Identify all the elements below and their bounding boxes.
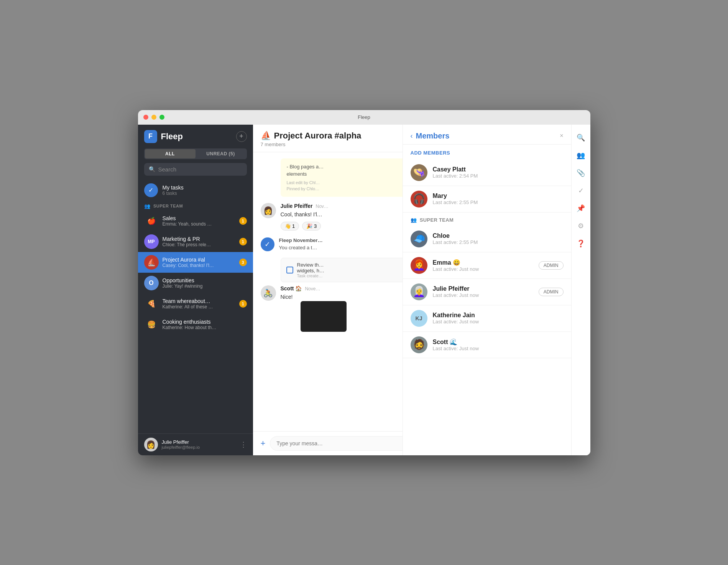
conv-item-whereabouts[interactable]: 🍕 Team whereabout… Katherine: All of the… [138,293,253,314]
members-header: ‹ Members × [403,125,571,145]
chloe-status: Last active: 2:55 PM [433,239,564,245]
katherine-avatar: KJ [411,310,427,327]
julie-admin-badge: ADMIN [539,288,564,296]
conv-name-marketing: Marketing & PR [163,236,235,242]
my-tasks-sub: 6 tasks [163,191,184,196]
conv-preview-cooking: Katherine: How about th… [163,325,247,330]
emma-name: Emma 😄 [433,259,533,266]
footer-email: juliepfeiffer@fleep.io [162,445,236,450]
chat-title-emoji: ⛵ [261,131,271,141]
conv-info-sales: Sales Emma: Yeah, sounds … [163,215,235,227]
app-body: F Fleep + ALL UNREAD (5) 🔍 Search ✓ [138,125,590,455]
search-right-icon[interactable]: 🔍 [574,131,588,145]
conv-preview-whereabouts: Katherine: All of these … [163,304,235,310]
search-bar[interactable]: 🔍 Search [144,163,247,176]
help-right-icon[interactable]: ❓ [574,237,588,250]
casey-name: Casey Platt [433,166,564,173]
emma-info: Emma 😄 Last active: Just now [433,259,533,272]
members-close-button[interactable]: × [560,132,563,139]
conv-info-whereabouts: Team whereabout… Katherine: All of these… [163,298,235,310]
close-traffic-light[interactable] [143,115,148,120]
emma-avatar: 👩‍🦰 [411,257,427,274]
chloe-avatar: 🧢 [411,231,427,247]
task-meta: Task create… [297,273,325,278]
attach-button[interactable]: + [261,438,266,448]
scott-msg-name: Scott 🏠 [281,285,302,292]
filter-tab-unread[interactable]: UNREAD (5) [196,149,246,158]
scott-msg-time: Nove… [305,286,320,292]
sidebar-header: F Fleep + [138,125,253,147]
footer-avatar: 👩 [144,438,158,451]
conv-item-opportunities[interactable]: O Opportunities Julie: Yay! #winning [138,273,253,293]
app-window: Fleep F Fleep + ALL UNREAD (5) 🔍 Search [138,110,590,455]
filter-tabs: ALL UNREAD (5) [144,148,247,159]
members-panel: ‹ Members × ADD MEMBERS 👒 Casey Platt La… [403,125,571,455]
section-group-icon: 👥 [411,217,417,223]
right-icons-bar: 🔍 👥 📎 ✓ 📌 ⚙ ❓ [571,125,590,455]
scott-member-avatar: 🧔 [411,336,427,353]
footer-menu-button[interactable]: ⋮ [240,440,247,449]
my-tasks-icon: ✓ [144,183,158,197]
tasks-right-icon[interactable]: ✓ [574,184,588,198]
scott-message-body: Scott 🏠 Nove… Nice! [281,285,347,332]
julie-message-body: Julie Pfeiffer Nov… Cool, thanks! I'l… 👋… [281,203,329,231]
mary-status: Last active: 2:55 PM [433,199,564,205]
members-title-row: ‹ Members [411,132,450,140]
my-tasks-item[interactable]: ✓ My tasks 6 tasks [138,180,253,200]
image-attachment [301,301,347,332]
task-text: Review th…widgets, h… [297,262,325,273]
settings-right-icon[interactable]: ⚙ [574,219,588,233]
conv-item-cooking[interactable]: 🍔 Cooking enthusiasts Katherine: How abo… [138,314,253,335]
reaction-wave[interactable]: 👋 1 [281,222,299,231]
sidebar-footer: 👩 Julie Pfeiffer juliepfeiffer@fleep.io … [138,433,253,455]
footer-name: Julie Pfeiffer [162,439,236,445]
mary-info: Mary Last active: 2:55 PM [433,193,564,205]
pinned-right-icon[interactable]: 📌 [574,201,588,215]
badge-aurora: 3 [239,259,247,266]
casey-avatar: 👒 [411,164,427,181]
conv-name-aurora: Project Aurora #al [163,257,235,263]
member-item-scott: 🧔 Scott 🌊 Last active: Just now [403,332,571,358]
main-content: ⛵ Project Aurora #alpha 7 members 🏷 Supe… [253,125,590,455]
julie-member-avatar: 👩‍🦳 [411,283,427,300]
title-bar: Fleep [138,110,590,125]
conv-info-opportunities: Opportunities Julie: Yay! #winning [163,277,247,289]
emma-admin-badge: ADMIN [539,261,564,270]
scott-member-info: Scott 🌊 Last active: Just now [433,338,564,351]
conv-name-opportunities: Opportunities [163,277,247,283]
conv-item-sales[interactable]: 🍎 Sales Emma: Yeah, sounds … 1 [138,211,253,231]
footer-info: Julie Pfeiffer juliepfeiffer@fleep.io [162,439,236,450]
julie-msg-time: Nov… [316,204,329,209]
conv-info-aurora: Project Aurora #al Casey: Cool, thanks! … [163,257,235,268]
maximize-traffic-light[interactable] [159,115,164,120]
members-right-icon[interactable]: 👥 [574,148,588,162]
julie-msg-text: Cool, thanks! I'l… [281,211,329,219]
sidebar-section: ✓ My tasks 6 tasks 👥 SUPER TEAM 🍎 Sales [138,180,253,433]
chat-title-area: ⛵ Project Aurora #alpha 7 members [261,131,362,147]
scott-msg-text: Nice! [281,293,347,301]
katherine-info: Katherine Jain Last active: Just now [433,312,564,325]
logo-area: F Fleep [144,130,183,143]
conv-name-sales: Sales [163,215,235,221]
add-conversation-button[interactable]: + [236,131,247,142]
my-tasks-name: My tasks [163,184,184,191]
conv-item-marketing[interactable]: MP Marketing & PR Chloe: The press rele…… [138,231,253,252]
julie-msg-header: Julie Pfeiffer Nov… [281,203,329,209]
reaction-party[interactable]: 🎉 3 [302,222,321,231]
task-info: Review th…widgets, h… Task create… [297,262,325,278]
add-members-button[interactable]: ADD MEMBERS [403,145,571,160]
mary-name: Mary [433,193,564,199]
super-team-section-label: 👥 SUPER TEAM [403,212,571,226]
fleep-logo-text: Fleep [161,132,183,142]
scott-member-status: Last active: Just now [433,346,564,351]
minimize-traffic-light[interactable] [151,115,156,120]
filter-tab-all[interactable]: ALL [145,149,196,158]
julie-avatar: 👩 [261,203,276,218]
conv-info-cooking: Cooking enthusiasts Katherine: How about… [163,319,247,330]
files-right-icon[interactable]: 📎 [574,166,588,180]
members-back-arrow[interactable]: ‹ [411,132,413,140]
traffic-lights [143,115,164,120]
julie-msg-name: Julie Pfeiffer [281,203,313,209]
task-checkbox[interactable] [286,267,293,273]
conv-item-aurora[interactable]: ⛵ Project Aurora #al Casey: Cool, thanks… [138,252,253,273]
